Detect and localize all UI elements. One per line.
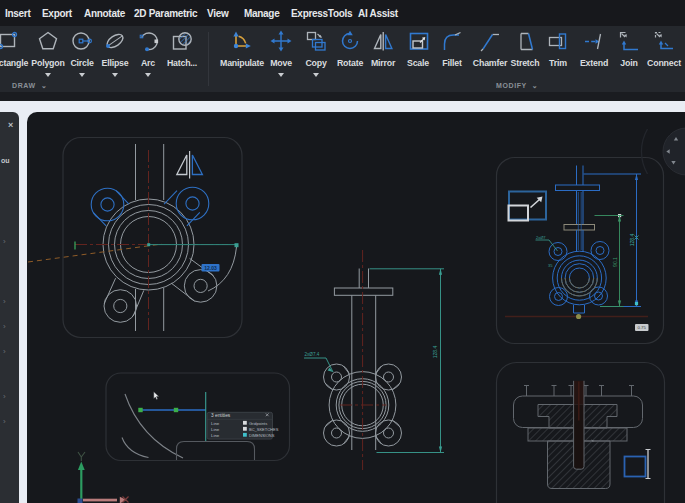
svg-text:128.4: 128.4 [629, 234, 635, 247]
svg-text:0.75: 0.75 [638, 325, 647, 330]
svg-text:Line: Line [211, 433, 220, 438]
svg-text:3 entities: 3 entities [211, 413, 231, 418]
svg-text:Line: Line [211, 421, 220, 426]
svg-text:90.1: 90.1 [612, 257, 618, 267]
svg-text:Gridpoints: Gridpoints [249, 421, 267, 426]
svg-text:2xØ7.4: 2xØ7.4 [305, 352, 320, 357]
svg-text:12.03: 12.03 [204, 265, 217, 271]
svg-text:DIMENSIONS: DIMENSIONS [249, 433, 275, 438]
svg-text:Line: Line [211, 427, 220, 432]
svg-text:2xØ7: 2xØ7 [536, 235, 546, 240]
svg-text:35: 35 [548, 263, 553, 268]
svg-text:128.4: 128.4 [432, 346, 438, 359]
svg-text:BC_SKETCHES: BC_SKETCHES [249, 427, 279, 432]
